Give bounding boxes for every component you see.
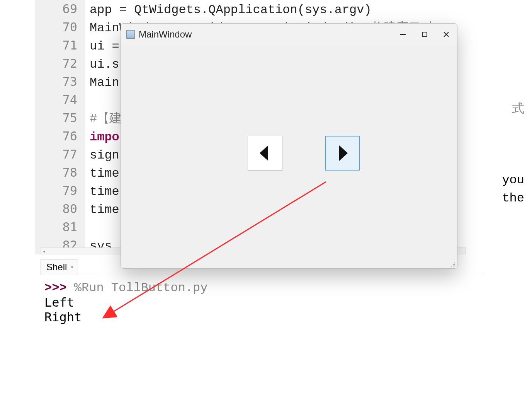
line-number: 74 bbox=[35, 91, 85, 109]
window-title: MainWindow bbox=[139, 29, 392, 40]
code-text: Main bbox=[85, 73, 119, 92]
line-number: 71 bbox=[35, 36, 85, 55]
svg-marker-5 bbox=[339, 145, 348, 161]
minimize-button[interactable] bbox=[392, 24, 414, 45]
scroll-left-icon[interactable]: ◂ bbox=[42, 249, 45, 254]
arrow-left-icon bbox=[257, 143, 273, 163]
svg-marker-4 bbox=[260, 145, 268, 161]
close-button[interactable] bbox=[435, 24, 457, 45]
line-number: 79 bbox=[35, 182, 85, 200]
resize-grip-icon[interactable] bbox=[449, 261, 456, 268]
titlebar[interactable]: MainWindow bbox=[121, 24, 457, 45]
svg-point-10 bbox=[453, 266, 454, 266]
svg-point-7 bbox=[453, 264, 454, 265]
shell-tab[interactable]: Shell × bbox=[41, 259, 78, 275]
maximize-icon bbox=[421, 31, 428, 38]
code-line[interactable]: 69app = QtWidgets.QApplication(sys.argv) bbox=[35, 0, 532, 18]
shell-output[interactable]: >>> %Run TollButton.py Left Right bbox=[41, 275, 485, 328]
arrow-right-icon bbox=[335, 143, 350, 163]
close-icon bbox=[443, 31, 450, 38]
line-number: 80 bbox=[35, 200, 85, 218]
app-icon bbox=[126, 30, 135, 39]
shell-tab-label: Shell bbox=[46, 262, 67, 273]
line-number: 78 bbox=[35, 164, 85, 182]
qt-main-window[interactable]: MainWindow bbox=[121, 23, 457, 269]
shell-output-line: Left bbox=[44, 295, 481, 310]
shell-output-line: Right bbox=[44, 310, 481, 324]
window-client-area bbox=[121, 45, 457, 268]
line-number: 70 bbox=[35, 18, 85, 36]
line-number: 73 bbox=[35, 73, 85, 91]
line-number: 69 bbox=[35, 0, 85, 18]
code-trailing: you bbox=[502, 173, 524, 187]
line-number: 81 bbox=[35, 218, 85, 236]
code-text: app = QtWidgets.QApplication(sys.argv) bbox=[85, 1, 372, 19]
shell-run-command: %Run TollButton.py bbox=[74, 281, 208, 295]
svg-rect-1 bbox=[422, 32, 427, 37]
code-text: time bbox=[85, 164, 119, 183]
code-text: ui = bbox=[85, 37, 119, 55]
shell-panel: Shell × >>> %Run TollButton.py Left Righ… bbox=[41, 259, 485, 328]
line-number: 75 bbox=[35, 109, 85, 127]
code-text: impo bbox=[85, 128, 119, 146]
shell-prompt: >>> bbox=[44, 281, 67, 295]
close-icon[interactable]: × bbox=[70, 264, 73, 271]
svg-point-6 bbox=[454, 263, 455, 263]
minimize-icon bbox=[399, 31, 406, 38]
code-text: ui.s bbox=[85, 55, 119, 73]
line-number: 76 bbox=[35, 127, 85, 145]
code-text: #【建 bbox=[85, 110, 122, 128]
code-trailing: 式 bbox=[512, 100, 524, 117]
arrow-left-button[interactable] bbox=[248, 136, 282, 171]
code-text: time bbox=[85, 183, 119, 201]
svg-point-8 bbox=[454, 264, 455, 265]
maximize-button[interactable] bbox=[414, 24, 435, 45]
code-trailing: the bbox=[502, 191, 524, 205]
svg-point-11 bbox=[454, 266, 455, 266]
line-number: 77 bbox=[35, 145, 85, 164]
code-text: sign bbox=[85, 146, 119, 164]
code-text: time bbox=[85, 201, 119, 219]
line-number: 72 bbox=[35, 55, 85, 73]
svg-point-9 bbox=[451, 266, 452, 266]
arrow-right-button[interactable] bbox=[325, 136, 360, 171]
